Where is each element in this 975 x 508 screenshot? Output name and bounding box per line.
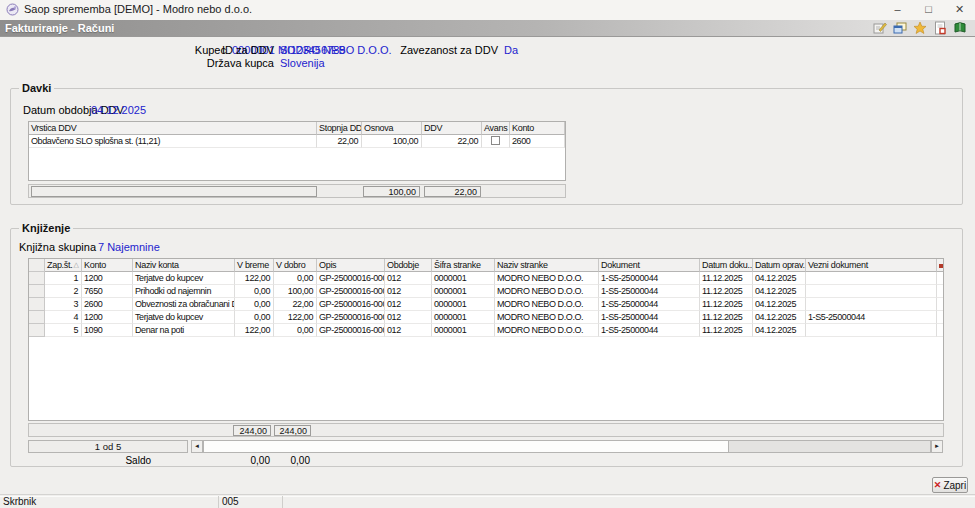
column-header-osnova[interactable]: Osnova [362, 122, 422, 135]
column-header-stopnja-ddv[interactable]: Stopnja DDV [317, 122, 362, 135]
cell-konto: 1200 [82, 311, 133, 324]
total-v-dobro: 244,00 [274, 425, 311, 436]
cell-obdobje: 012 [385, 285, 432, 298]
knjizenje-caption: Knjiženje [19, 222, 73, 234]
row-selector-cell[interactable] [29, 298, 45, 311]
table-row[interactable]: 1 1200 Terjatve do kupcev 122,00 0,00 GP… [29, 272, 943, 285]
row-selector-cell[interactable] [29, 272, 45, 285]
close-icon[interactable]: ✕ [944, 0, 975, 20]
row-selector-cell[interactable] [29, 285, 45, 298]
status-user: Skrbnik [0, 496, 219, 508]
cell-vezni-dokument [806, 298, 937, 311]
horizontal-scrollbar[interactable] [203, 440, 931, 453]
partial-column-header [937, 259, 943, 272]
cell-dokument: 1-S5-25000044 [599, 324, 700, 337]
cell-sifra-stranke: 0000001 [432, 311, 495, 324]
cell-naziv-stranke: MODRO NEBO D.O.O. [495, 324, 599, 337]
cell-zapst: 5 [45, 324, 82, 337]
column-header-v-dobro[interactable]: V dobro [274, 259, 317, 272]
column-header-datum-opravljanja[interactable]: Datum oprav... [753, 259, 806, 272]
cell-sifra-stranke: 0000001 [432, 285, 495, 298]
column-header-zapst[interactable]: Zap.št. △ [45, 259, 82, 272]
help-book-icon[interactable] [953, 21, 967, 35]
app-icon [6, 3, 19, 16]
davki-caption: Davki [19, 82, 54, 94]
row-selector-cell[interactable] [29, 324, 45, 337]
window-title: Saop sprememba [DEMO] - Modro nebo d.o.o… [24, 3, 252, 15]
column-header-vrstica-ddv[interactable]: Vrstica DDV [29, 122, 317, 135]
avans-checkbox[interactable] [491, 136, 500, 145]
copy-window-icon[interactable] [893, 21, 907, 35]
cell-naziv-konta: Terjatve do kupcev [133, 272, 235, 285]
column-header-datum-dokumenta[interactable]: Datum doku... [700, 259, 753, 272]
davki-groupbox: Davki Datum obdobja DDV 04.12.2025 Vrsti… [10, 88, 963, 205]
scroll-left-icon[interactable]: ◄ [191, 440, 203, 453]
knjizenje-totals-strip: 244,00 244,00 [28, 423, 944, 437]
drzava-label: Država kupca [194, 57, 274, 69]
cell-stopnja-ddv: 22,00 [317, 135, 362, 148]
scroll-right-icon[interactable]: ► [931, 440, 943, 453]
davki-totals-strip: 100,00 22,00 [28, 184, 566, 198]
application-window: Saop sprememba [DEMO] - Modro nebo d.o.o… [0, 0, 975, 508]
cell-v-dobro: 22,00 [274, 298, 317, 311]
cell-v-breme: 0,00 [235, 298, 274, 311]
red-marker-icon [939, 264, 943, 268]
cell-konto: 1090 [82, 324, 133, 337]
column-header-avans[interactable]: Avans [482, 122, 510, 135]
cell-obdobje: 012 [385, 324, 432, 337]
status-bar: Skrbnik 005 [0, 494, 975, 508]
knjizna-skupina-value: 7 Najemnine [98, 241, 160, 253]
davki-total-empty [31, 186, 317, 197]
cell-v-breme: 0,00 [235, 311, 274, 324]
cell-zapst: 2 [45, 285, 82, 298]
column-header-ddv[interactable]: DDV [422, 122, 482, 135]
datum-obdobja-value: 04.12.2025 [91, 104, 146, 116]
minimize-icon[interactable]: – [882, 0, 913, 20]
cell-naziv-konta: Prihodki od najemnin [133, 285, 235, 298]
column-header-dokument[interactable]: Dokument [599, 259, 700, 272]
column-header-v-breme[interactable]: V breme [235, 259, 274, 272]
saldo-v-dobro: 0,00 [260, 455, 310, 466]
zapri-button[interactable]: ✕ Zapri [932, 477, 968, 493]
column-header-label: Zap.št. [47, 259, 72, 271]
knjizenje-grid-header: Zap.št. △ Konto Naziv konta V breme V do… [29, 259, 943, 272]
cell-datum-dokumenta: 11.12.2025 [700, 272, 753, 285]
id-ddv-label: ID za DDV [194, 44, 274, 56]
table-row[interactable]: 2 7650 Prihodki od najemnin 0,00 100,00 … [29, 285, 943, 298]
zavezanost-value: Da [504, 44, 518, 56]
table-row[interactable]: 4 1200 Terjatve do kupcev 0,00 122,00 GP… [29, 311, 943, 324]
edit-icon[interactable] [873, 21, 887, 35]
maximize-icon[interactable]: □ [913, 0, 944, 20]
table-row[interactable]: Obdavčeno SLO splošna st. (11,21) 22,00 … [29, 135, 565, 148]
cell-datum-opravljanja: 04.12.2025 [753, 285, 806, 298]
knjizna-skupina-label: Knjižna skupina [19, 241, 96, 253]
cell-partial [937, 272, 943, 285]
column-header-konto[interactable]: Konto [510, 122, 565, 135]
cell-obdobje: 012 [385, 311, 432, 324]
table-row[interactable]: 3 2600 Obveznosti za obračunani DDV 0,00… [29, 298, 943, 311]
column-header-sifra-stranke[interactable]: Šifra stranke [432, 259, 495, 272]
cell-naziv-konta: Denar na poti [133, 324, 235, 337]
zavezanost-label: Zavezanost za DDV [398, 44, 498, 56]
column-header-opis[interactable]: Opis [317, 259, 385, 272]
cell-konto: 2600 [510, 135, 565, 148]
cell-v-dobro: 100,00 [274, 285, 317, 298]
cell-vezni-dokument [806, 272, 937, 285]
scrollbar-thumb[interactable] [204, 441, 729, 452]
cell-naziv-stranke: MODRO NEBO D.O.O. [495, 285, 599, 298]
selector-column-header [29, 259, 45, 272]
table-row[interactable]: 5 1090 Denar na poti 122,00 0,00 GP-2500… [29, 324, 943, 337]
column-header-naziv-stranke[interactable]: Naziv stranke [495, 259, 599, 272]
davki-grid: Vrstica DDV Stopnja DDV Osnova DDV Avans… [28, 121, 566, 181]
cell-naziv-stranke: MODRO NEBO D.O.O. [495, 311, 599, 324]
row-selector-cell[interactable] [29, 311, 45, 324]
column-header-obdobje[interactable]: Obdobje [385, 259, 432, 272]
cell-datum-opravljanja: 04.12.2025 [753, 298, 806, 311]
document-red-icon[interactable] [933, 21, 947, 35]
column-header-konto[interactable]: Konto [82, 259, 133, 272]
column-header-vezni-dokument[interactable]: Vezni dokument [806, 259, 937, 272]
record-counter: 1 od 5 [28, 440, 188, 453]
cell-datum-opravljanja: 04.12.2025 [753, 324, 806, 337]
column-header-naziv-konta[interactable]: Naziv konta [133, 259, 235, 272]
favorite-star-icon[interactable] [913, 21, 927, 35]
